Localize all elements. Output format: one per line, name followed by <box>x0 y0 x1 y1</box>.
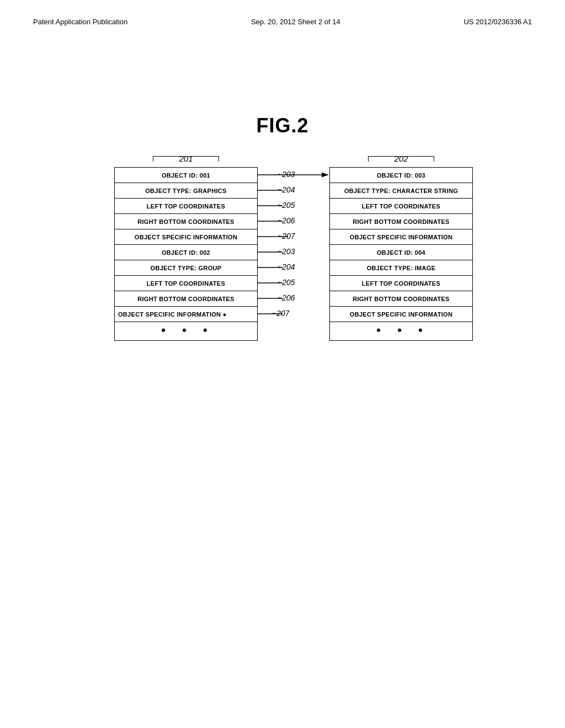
cell-obj-id-003: OBJECT ID: 003 <box>330 168 473 183</box>
connector-svg <box>258 167 329 355</box>
table-row: LEFT TOP COORDINATES <box>115 276 258 291</box>
table-row: OBJECT ID: 003 <box>330 168 473 183</box>
cell-left-top-1: LEFT TOP COORDINATES <box>115 199 258 214</box>
table-row: OBJECT SPECIFIC INFORMATION ● <box>115 307 258 322</box>
table-row: OBJECT TYPE: CHARACTER STRING <box>330 183 473 199</box>
table-row-dots-201: • • • <box>115 322 258 341</box>
cell-right-bottom-3: RIGHT BOTTOM COORDINATES <box>330 214 473 229</box>
ref-203-bottom: ~203 <box>278 247 295 256</box>
cell-left-top-3: LEFT TOP COORDINATES <box>330 199 473 214</box>
fig-title: FIG.2 <box>0 114 565 137</box>
table-row: OBJECT TYPE: GRAPHICS <box>115 183 258 199</box>
table-row: OBJECT SPECIFIC INFORMATION <box>115 229 258 245</box>
table-row: OBJECT TYPE: IMAGE <box>330 260 473 276</box>
ref-206-bottom: ~206 <box>278 293 295 302</box>
cell-obj-specific-1: OBJECT SPECIFIC INFORMATION <box>115 229 258 245</box>
cell-obj-type-image: OBJECT TYPE: IMAGE <box>330 260 473 276</box>
cell-obj-specific-4: OBJECT SPECIFIC INFORMATION <box>330 307 473 322</box>
cell-obj-type-group: OBJECT TYPE: GROUP <box>115 260 258 276</box>
ref-204-top: ~204 <box>278 185 295 194</box>
table-row: RIGHT BOTTOM COORDINATES <box>115 291 258 307</box>
table-row: LEFT TOP COORDINATES <box>115 199 258 214</box>
cell-obj-id-002: OBJECT ID: 002 <box>115 245 258 260</box>
cell-right-bottom-4: RIGHT BOTTOM COORDINATES <box>330 291 473 307</box>
cell-obj-specific-3: OBJECT SPECIFIC INFORMATION <box>330 229 473 245</box>
table-row-dots-202: • • • <box>330 322 473 341</box>
ref-207-bottom: ~207 <box>272 309 290 318</box>
table-row: RIGHT BOTTOM COORDINATES <box>115 214 258 229</box>
cell-obj-specific-2: OBJECT SPECIFIC INFORMATION ● <box>115 307 258 322</box>
table-row: OBJECT ID: 001 <box>115 168 258 183</box>
cell-right-bottom-1: RIGHT BOTTOM COORDINATES <box>115 214 258 229</box>
cell-left-top-4: LEFT TOP COORDINATES <box>330 276 473 291</box>
header-right: US 2012/0236336 A1 <box>463 18 532 26</box>
cell-right-bottom-2: RIGHT BOTTOM COORDINATES <box>115 291 258 307</box>
table-row: LEFT TOP COORDINATES <box>330 276 473 291</box>
table-202-label: 202 <box>394 154 408 163</box>
table-201: OBJECT ID: 001 OBJECT TYPE: GRAPHICS LEF… <box>114 167 258 341</box>
ref-203-top: ~203 <box>278 170 295 179</box>
cell-obj-id-004: OBJECT ID: 004 <box>330 245 473 260</box>
cell-dots-201: • • • <box>115 322 258 341</box>
table-row: OBJECT ID: 004 <box>330 245 473 260</box>
table-row: OBJECT ID: 002 <box>115 245 258 260</box>
page-header: Patent Application Publication Sep. 20, … <box>0 0 565 26</box>
table-row: OBJECT SPECIFIC INFORMATION <box>330 307 473 322</box>
ref-206-top: ~206 <box>278 216 295 225</box>
header-left: Patent Application Publication <box>33 18 127 26</box>
ref-207-top: ~207 <box>278 232 295 240</box>
header-center: Sep. 20, 2012 Sheet 2 of 14 <box>251 18 340 26</box>
table-row: LEFT TOP COORDINATES <box>330 199 473 214</box>
table-row: OBJECT SPECIFIC INFORMATION <box>330 229 473 245</box>
cell-obj-type-char: OBJECT TYPE: CHARACTER STRING <box>330 183 473 199</box>
cell-left-top-2: LEFT TOP COORDINATES <box>115 276 258 291</box>
ref-205-top: ~205 <box>278 201 295 210</box>
cell-obj-id-001: OBJECT ID: 001 <box>115 168 258 183</box>
ref-205-bottom: ~205 <box>278 278 295 287</box>
cell-dots-202: • • • <box>330 322 473 341</box>
ref-204-bottom: ~204 <box>278 263 295 271</box>
table-row: RIGHT BOTTOM COORDINATES <box>330 291 473 307</box>
diagram-area: 201 202 OBJECT ID: 001 <box>0 154 565 341</box>
table-201-label: 201 <box>179 154 193 163</box>
table-row: RIGHT BOTTOM COORDINATES <box>330 214 473 229</box>
table-202: OBJECT ID: 003 OBJECT TYPE: CHARACTER ST… <box>329 167 473 341</box>
table-row: OBJECT TYPE: GROUP <box>115 260 258 276</box>
cell-obj-type-graphics: OBJECT TYPE: GRAPHICS <box>115 183 258 199</box>
